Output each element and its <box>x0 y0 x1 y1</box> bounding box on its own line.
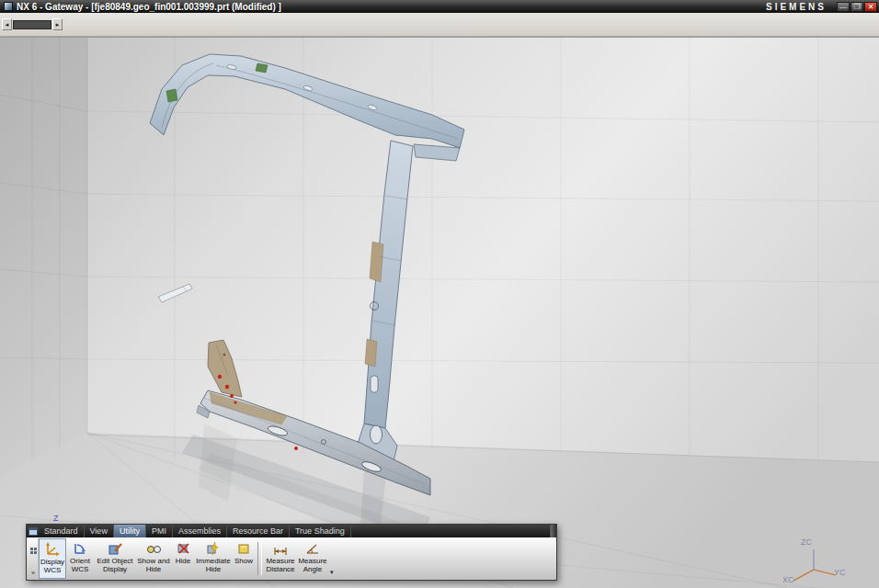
display-wcs-button[interactable]: Display WCS <box>39 538 66 579</box>
palette-tabstrip: Standard View Utility PMI Assemblies Res… <box>27 525 556 537</box>
tab-pmi[interactable]: PMI <box>146 525 173 537</box>
button-label: Show <box>234 558 253 566</box>
show-icon <box>235 541 252 556</box>
window-title: NX 6 - Gateway - [fje80849.geo_fin001.00… <box>17 2 281 12</box>
button-label: Hide <box>146 566 161 574</box>
graphics-viewport[interactable]: Z ZC XC YC <box>0 37 879 588</box>
button-label: Angle <box>303 566 322 574</box>
triad-zc-label: ZC <box>801 537 812 547</box>
palette-body: » Display WCS Orient WCS <box>27 537 556 580</box>
nx-logo-icon <box>4 2 13 11</box>
tab-view[interactable]: View <box>85 525 114 537</box>
edit-object-display-icon <box>107 541 123 556</box>
toolbar-scroll-left-button[interactable]: ◄ <box>2 18 12 30</box>
toolbar-palette: Standard View Utility PMI Assemblies Res… <box>26 524 557 581</box>
red-marker <box>294 447 298 450</box>
show-and-hide-icon <box>145 541 162 556</box>
palette-rail: » <box>29 538 39 579</box>
tab-resource-bar[interactable]: Resource Bar <box>227 525 290 537</box>
roof-bracket-green <box>166 89 177 102</box>
button-label: Hide <box>206 566 221 574</box>
measure-angle-icon <box>304 541 321 556</box>
palette-window-icon <box>27 525 39 537</box>
triad-yc-label: YC <box>834 568 846 577</box>
display-wcs-icon <box>44 542 61 557</box>
tab-true-shading[interactable]: True Shading <box>290 525 351 537</box>
orient-wcs-icon <box>72 541 88 556</box>
minimize-button[interactable]: — <box>837 2 850 12</box>
show-and-hide-button[interactable]: Show and Hide <box>136 538 171 579</box>
button-label: Display <box>103 566 127 574</box>
immediate-hide-button[interactable]: Immediate Hide <box>195 538 232 579</box>
orient-wcs-button[interactable]: Orient WCS <box>66 538 94 579</box>
tab-standard[interactable]: Standard <box>39 525 85 537</box>
tab-assemblies[interactable]: Assemblies <box>173 525 227 537</box>
button-label: Hide <box>176 558 190 566</box>
button-label: WCS <box>44 567 62 575</box>
toolbar-dock: ◄ ► <box>0 13 879 37</box>
nx-window: NX 6 - Gateway - [fje80849.geo_fin001.00… <box>0 0 879 588</box>
immediate-hide-icon <box>205 541 222 556</box>
show-button[interactable]: Show <box>232 538 256 579</box>
measure-angle-button[interactable]: Measure Angle <box>297 538 328 579</box>
hide-button[interactable]: Hide <box>171 538 195 579</box>
title-bar: NX 6 - Gateway - [fje80849.geo_fin001.00… <box>0 0 879 13</box>
palette-overflow-arrow[interactable]: ▾ <box>328 569 337 579</box>
datum-z-label: Z <box>53 514 59 523</box>
measure-distance-icon <box>272 541 289 556</box>
palette-options-icon[interactable] <box>30 541 37 558</box>
view-triad: ZC XC YC <box>777 538 850 588</box>
close-button[interactable]: ✕ <box>864 2 877 12</box>
button-label: WCS <box>72 566 89 574</box>
maximize-button[interactable]: ❐ <box>850 2 863 12</box>
edit-object-display-button[interactable]: Edit Object Display <box>94 538 136 579</box>
measure-distance-button[interactable]: Measure Distance <box>264 538 297 579</box>
button-label: Distance <box>266 566 294 574</box>
palette-grip[interactable] <box>550 525 556 537</box>
toolbar-scroll-thumb[interactable] <box>13 20 51 29</box>
palette-expand-icon[interactable]: » <box>31 571 35 576</box>
triad-xc-label: XC <box>782 575 794 584</box>
hide-icon <box>175 541 191 556</box>
viewport-scene <box>0 38 879 588</box>
palette-separator <box>257 542 262 575</box>
tab-utility[interactable]: Utility <box>114 525 146 537</box>
siemens-logo: SIEMENS <box>766 2 827 12</box>
toolbar-scroll-right-button[interactable]: ► <box>52 18 63 30</box>
roof-bracket-green-2 <box>256 63 268 73</box>
